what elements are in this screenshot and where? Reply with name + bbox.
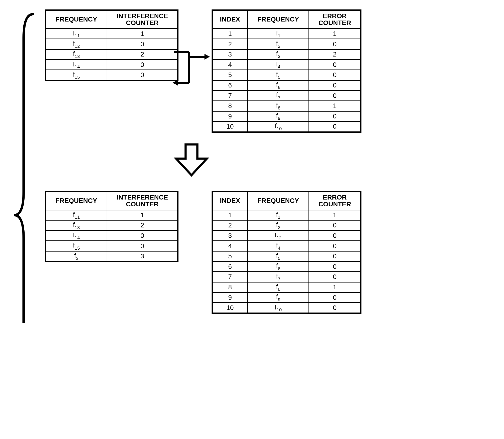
table-row: f111 (46, 29, 178, 39)
col-frequency: FREQUENCY (248, 10, 309, 29)
cell-frequency: f9 (248, 293, 309, 303)
cell-frequency: f11 (46, 29, 107, 39)
cell-counter: 0 (309, 111, 361, 122)
cell-index: 9 (212, 111, 248, 122)
cell-counter: 1 (309, 210, 361, 220)
cell-counter: 0 (107, 70, 178, 81)
cell-index: 10 (212, 122, 248, 132)
cell-frequency: f8 (248, 282, 309, 293)
cell-counter: 0 (309, 293, 361, 303)
cell-index: 4 (212, 60, 248, 70)
cell-frequency: f10 (248, 303, 309, 313)
cell-frequency: f5 (248, 251, 309, 261)
cell-counter: 0 (309, 220, 361, 231)
cell-counter: 1 (309, 282, 361, 293)
interference-table-after: FREQUENCY INTERFERENCECOUNTER f111f132f1… (45, 191, 178, 262)
col-error-counter: ERRORCOUNTER (309, 10, 361, 29)
cell-counter: 0 (107, 231, 178, 241)
cell-counter: 0 (309, 261, 361, 272)
table-row: f33 (46, 251, 178, 262)
cell-frequency: f14 (46, 231, 107, 241)
cell-index: 7 (212, 91, 248, 101)
content-column: FREQUENCY INTERFERENCECOUNTER f111f120f1… (38, 10, 494, 314)
cell-counter: 0 (107, 60, 178, 70)
col-error-counter: ERRORCOUNTER (309, 191, 361, 210)
cell-frequency: f6 (248, 261, 309, 272)
cell-frequency: f8 (248, 101, 309, 111)
cell-counter: 1 (107, 210, 178, 220)
cell-frequency: f5 (248, 70, 309, 80)
cell-index: 3 (212, 231, 248, 241)
cell-index: 10 (212, 303, 248, 313)
cell-frequency: f1 (248, 29, 309, 39)
table-row: f111 (46, 210, 178, 220)
table-header-row: FREQUENCY INTERFERENCECOUNTER (46, 10, 178, 29)
cell-index: 7 (212, 272, 248, 282)
cell-frequency: f7 (248, 91, 309, 101)
table-row: 4f40 (212, 60, 361, 70)
col-frequency: FREQUENCY (46, 10, 107, 29)
table-row: 3f32 (212, 49, 361, 60)
table-row: 5f50 (212, 70, 361, 80)
cell-frequency: f2 (248, 39, 309, 49)
table-row: 6f60 (212, 261, 361, 272)
bottom-row: FREQUENCY INTERFERENCECOUNTER f111f132f1… (45, 191, 494, 314)
table-row: f150 (46, 70, 178, 81)
cell-frequency: f15 (46, 241, 107, 251)
cell-index: 4 (212, 241, 248, 251)
cell-frequency: f1 (248, 210, 309, 220)
cell-index: 5 (212, 251, 248, 261)
cell-frequency: f2 (248, 220, 309, 231)
table-row: 5f50 (212, 251, 361, 261)
table-header-row: INDEX FREQUENCY ERRORCOUNTER (212, 10, 361, 29)
cell-frequency: f3 (46, 251, 107, 262)
table-row: 3f120 (212, 231, 361, 241)
table-row: f132 (46, 49, 178, 60)
cell-index: 2 (212, 220, 248, 231)
col-index: INDEX (212, 10, 248, 29)
cell-counter: 2 (309, 49, 361, 60)
cell-counter: 2 (107, 220, 178, 231)
col-frequency: FREQUENCY (248, 191, 309, 210)
table-row: 7f70 (212, 91, 361, 101)
cell-index: 3 (212, 49, 248, 60)
cell-counter: 2 (107, 49, 178, 60)
table-row: 1f11 (212, 210, 361, 220)
diagram-wrap: FREQUENCY INTERFERENCECOUNTER f111f120f1… (10, 10, 494, 314)
table-row: 10f100 (212, 303, 361, 313)
table-row: 1f11 (212, 29, 361, 39)
cell-counter: 0 (309, 241, 361, 251)
svg-marker-6 (172, 80, 178, 85)
cell-frequency: f6 (248, 80, 309, 91)
cell-counter: 0 (309, 39, 361, 49)
table-row: 9f90 (212, 111, 361, 122)
svg-marker-3 (205, 54, 210, 60)
cell-counter: 0 (107, 39, 178, 49)
cell-frequency: f4 (248, 241, 309, 251)
col-interference-counter: INTERFERENCECOUNTER (107, 10, 178, 29)
cell-frequency: f14 (46, 60, 107, 70)
table-row: 8f81 (212, 282, 361, 293)
col-index: INDEX (212, 191, 248, 210)
cell-frequency: f10 (248, 122, 309, 132)
table-row: 2f20 (212, 39, 361, 49)
cell-counter: 1 (309, 29, 361, 39)
cell-index: 1 (212, 29, 248, 39)
table-row: 9f90 (212, 293, 361, 303)
down-arrow-icon (38, 142, 345, 179)
cell-counter: 0 (309, 272, 361, 282)
table-row: 2f20 (212, 220, 361, 231)
cell-index: 9 (212, 293, 248, 303)
cell-frequency: f12 (46, 39, 107, 49)
table-row: f140 (46, 60, 178, 70)
table-header-row: FREQUENCY INTERFERENCECOUNTER (46, 191, 178, 210)
cell-index: 1 (212, 210, 248, 220)
interference-table-before: FREQUENCY INTERFERENCECOUNTER f111f120f1… (45, 10, 178, 81)
table-header-row: INDEX FREQUENCY ERRORCOUNTER (212, 191, 361, 210)
cell-counter: 1 (309, 101, 361, 111)
cell-counter: 0 (309, 231, 361, 241)
cell-counter: 1 (107, 29, 178, 39)
error-table-after: INDEX FREQUENCY ERRORCOUNTER 1f112f203f1… (212, 191, 361, 314)
cell-frequency: f3 (248, 49, 309, 60)
cell-index: 6 (212, 80, 248, 91)
